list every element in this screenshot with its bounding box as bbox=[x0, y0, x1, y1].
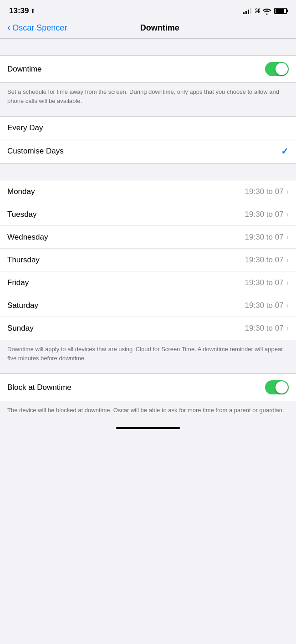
chevron-right-icon: › bbox=[286, 324, 289, 332]
day-time-value: 19:30 to 07 › bbox=[245, 324, 289, 333]
day-time-value: 19:30 to 07 › bbox=[245, 256, 289, 265]
chevron-left-icon: ‹ bbox=[7, 23, 10, 33]
home-indicator bbox=[0, 421, 296, 434]
day-name: Saturday bbox=[7, 301, 38, 310]
chevron-right-icon: › bbox=[286, 256, 289, 264]
day-row[interactable]: Wednesday 19:30 to 07 › bbox=[0, 226, 296, 249]
chevron-right-icon: › bbox=[286, 279, 289, 287]
toggle-thumb bbox=[276, 63, 288, 75]
downtime-toggle-row: Downtime bbox=[0, 56, 296, 82]
wifi-icon: ⌘ bbox=[255, 7, 271, 15]
downtime-footer: Set a schedule for time away from the sc… bbox=[0, 83, 296, 112]
every-day-label: Every Day bbox=[7, 123, 43, 133]
status-bar: 13:39 ⬆ ⌘ bbox=[0, 0, 296, 19]
customise-days-row[interactable]: Customise Days ✓ bbox=[0, 139, 296, 163]
section-gap-1 bbox=[0, 39, 296, 55]
downtime-toggle-section: Downtime bbox=[0, 55, 296, 83]
chevron-right-icon: › bbox=[286, 188, 289, 196]
day-name: Sunday bbox=[7, 324, 34, 333]
page-title: Downtime bbox=[67, 23, 252, 33]
day-row[interactable]: Thursday 19:30 to 07 › bbox=[0, 249, 296, 271]
days-section: Monday 19:30 to 07 › Tuesday 19:30 to 07… bbox=[0, 180, 296, 340]
chevron-right-icon: › bbox=[286, 302, 289, 310]
schedule-section: Every Day Customise Days ✓ bbox=[0, 116, 296, 164]
chevron-right-icon: › bbox=[286, 233, 289, 241]
day-name: Wednesday bbox=[7, 233, 48, 242]
days-footer: Downtime will apply to all devices that … bbox=[0, 340, 296, 369]
block-toggle-row: Block at Downtime bbox=[0, 374, 296, 401]
block-section: Block at Downtime bbox=[0, 373, 296, 401]
day-row[interactable]: Sunday 19:30 to 07 › bbox=[0, 317, 296, 340]
section-gap-3 bbox=[0, 164, 296, 180]
block-footer: The device will be blocked at downtime. … bbox=[0, 401, 296, 421]
day-time: 19:30 to 07 bbox=[245, 210, 284, 219]
day-name: Tuesday bbox=[7, 210, 37, 219]
day-time: 19:30 to 07 bbox=[245, 187, 284, 196]
day-name: Friday bbox=[7, 278, 29, 287]
day-time-value: 19:30 to 07 › bbox=[245, 233, 289, 242]
block-toggle[interactable] bbox=[265, 380, 289, 394]
day-time-value: 19:30 to 07 › bbox=[245, 187, 289, 196]
day-time-value: 19:30 to 07 › bbox=[245, 278, 289, 287]
day-time-value: 19:30 to 07 › bbox=[245, 301, 289, 310]
day-row[interactable]: Friday 19:30 to 07 › bbox=[0, 271, 296, 294]
downtime-toggle[interactable] bbox=[265, 62, 289, 76]
day-time: 19:30 to 07 bbox=[245, 256, 284, 265]
day-row[interactable]: Saturday 19:30 to 07 › bbox=[0, 294, 296, 317]
signal-icon bbox=[243, 8, 251, 14]
checkmark-icon: ✓ bbox=[281, 146, 289, 157]
customise-days-label: Customise Days bbox=[7, 147, 64, 156]
home-bar bbox=[116, 427, 180, 429]
day-name: Monday bbox=[7, 187, 35, 196]
section-gap-4 bbox=[0, 369, 296, 373]
status-time: 13:39 ⬆ bbox=[9, 6, 35, 15]
time-label: 13:39 bbox=[9, 6, 29, 15]
day-time: 19:30 to 07 bbox=[245, 278, 284, 287]
downtime-label: Downtime bbox=[7, 65, 42, 74]
back-button[interactable]: ‹ Oscar Spencer bbox=[7, 23, 67, 33]
day-name: Thursday bbox=[7, 256, 40, 265]
battery-icon bbox=[274, 8, 287, 14]
block-toggle-thumb bbox=[276, 381, 288, 394]
nav-bar: ‹ Oscar Spencer Downtime bbox=[0, 19, 296, 39]
day-row[interactable]: Tuesday 19:30 to 07 › bbox=[0, 203, 296, 226]
day-time: 19:30 to 07 bbox=[245, 324, 284, 333]
block-label: Block at Downtime bbox=[7, 383, 71, 392]
day-time: 19:30 to 07 bbox=[245, 233, 284, 242]
location-arrow-icon: ⬆ bbox=[31, 8, 35, 14]
day-time: 19:30 to 07 bbox=[245, 301, 284, 310]
back-label: Oscar Spencer bbox=[12, 23, 67, 33]
chevron-right-icon: › bbox=[286, 210, 289, 219]
status-icons: ⌘ bbox=[243, 7, 287, 15]
every-day-row[interactable]: Every Day bbox=[0, 117, 296, 139]
section-gap-2 bbox=[0, 112, 296, 116]
day-time-value: 19:30 to 07 › bbox=[245, 210, 289, 219]
day-row[interactable]: Monday 19:30 to 07 › bbox=[0, 180, 296, 203]
